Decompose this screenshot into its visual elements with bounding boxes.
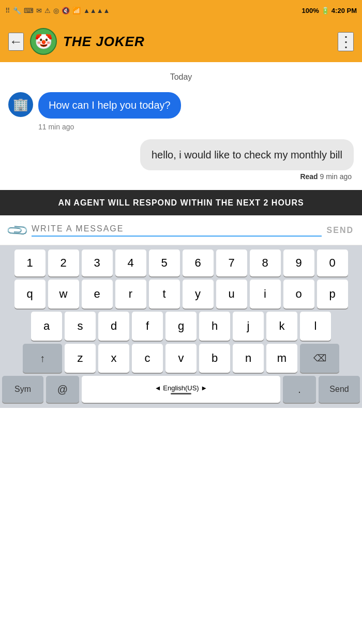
status-icon-signal: ▲▲▲▲ [83,7,110,14]
key-d[interactable]: d [98,312,129,341]
key-a[interactable]: a [31,312,62,341]
key-n[interactable]: n [233,344,264,373]
header: ← 🤡 THE JOKER ⋮ [0,21,362,62]
status-icon-sync: ◎ [53,7,59,14]
key-8[interactable]: 8 [250,250,281,276]
key-e[interactable]: e [82,280,113,309]
key-t[interactable]: t [149,280,180,309]
keyboard-row-z: ↑ z x c v b n m ⌫ [2,344,360,373]
key-m[interactable]: m [266,344,297,373]
bot-avatar-icon: 🏢 [13,97,28,112]
received-message-row: 🏢 How can I help you today? [8,92,354,119]
status-icon-email: ✉ [36,7,42,14]
key-6[interactable]: 6 [183,250,214,276]
key-2[interactable]: 2 [48,250,79,276]
agent-notice-text: An agent will respond within the next 2 … [8,197,354,208]
key-k[interactable]: k [266,312,297,341]
at-key[interactable]: @ [46,376,79,403]
key-c[interactable]: c [132,344,163,373]
sent-bubble: hello, i would like to check my monthly … [140,139,354,170]
key-1[interactable]: 1 [14,250,46,276]
sent-message-row: hello, i would like to check my monthly … [8,139,354,170]
received-bubble: How can I help you today? [38,92,181,119]
key-u[interactable]: u [216,280,247,309]
key-s[interactable]: s [65,312,96,341]
more-button[interactable]: ⋮ [338,32,354,51]
space-key[interactable]: ◄ English(US) ► [82,376,280,403]
status-icon-wrench: 🔧 [13,7,21,14]
period-key[interactable]: . [283,376,316,403]
key-l[interactable]: l [300,312,331,341]
space-bar-indicator [171,393,191,394]
agent-notice-main: An agent will respond within the next [58,198,261,207]
message-bar: 📎 SEND [0,215,362,245]
key-v[interactable]: v [165,344,197,373]
sym-key[interactable]: Sym [2,376,43,403]
key-o[interactable]: o [283,280,314,309]
key-h[interactable]: h [199,312,230,341]
key-p[interactable]: p [317,280,348,309]
battery-percent: 100% [302,7,319,14]
status-icon-mute: 🔇 [62,7,70,14]
status-bar: ⠿ 🔧 ⌨ ✉ ⚠ ◎ 🔇 📶 ▲▲▲▲ 100% 🔋 4:20 PM [0,0,362,21]
back-button[interactable]: ← [8,33,24,51]
key-x[interactable]: x [98,344,129,373]
sent-time: Read 9 min ago [8,172,354,181]
agent-hours-value: 2 HOURS [264,198,304,207]
keyboard-row-bottom: Sym @ ◄ English(US) ► . Send [2,376,360,403]
avatar-icon: 🤡 [35,33,53,50]
status-icon-keyboard: ⌨ [24,7,34,14]
key-f[interactable]: f [132,312,163,341]
key-4[interactable]: 4 [115,250,146,276]
key-g[interactable]: g [165,312,197,341]
bot-avatar: 🏢 [8,92,33,117]
send-button[interactable]: SEND [327,226,354,235]
status-icon-wifi: 📶 [72,7,81,14]
keyboard: 1 2 3 4 5 6 7 8 9 0 q w e r t y u i o p … [0,245,362,408]
key-q[interactable]: q [14,280,46,309]
key-b[interactable]: b [199,344,230,373]
message-input-container [32,224,322,237]
status-time: 4:20 PM [331,7,357,14]
header-title: THE JOKER [63,34,145,50]
date-label: Today [8,72,354,82]
shift-key[interactable]: ↑ [23,344,62,373]
key-7[interactable]: 7 [216,250,247,276]
status-icon-menu: ⠿ [5,7,10,14]
key-9[interactable]: 9 [283,250,314,276]
status-icons-left: ⠿ 🔧 ⌨ ✉ ⚠ ◎ 🔇 📶 ▲▲▲▲ [5,7,110,14]
key-i[interactable]: i [250,280,281,309]
key-5[interactable]: 5 [149,250,180,276]
message-input[interactable] [32,224,322,233]
key-3[interactable]: 3 [82,250,113,276]
space-lang-left: ◄ English(US) ► [155,384,207,392]
key-0[interactable]: 0 [317,250,348,276]
status-right: 100% 🔋 4:20 PM [302,7,357,14]
status-icon-warning: ⚠ [44,7,51,14]
keyboard-row-a: a s d f g h j k l [2,312,360,341]
key-w[interactable]: w [48,280,79,309]
key-j[interactable]: j [233,312,264,341]
key-y[interactable]: y [183,280,214,309]
read-label: Read [300,172,318,181]
send-key[interactable]: Send [319,376,360,403]
key-r[interactable]: r [115,280,146,309]
chat-area: Today 🏢 How can I help you today? 11 min… [0,62,362,190]
battery-icon: 🔋 [321,7,329,14]
agent-notice: An agent will respond within the next 2 … [0,190,362,215]
avatar: 🤡 [30,28,57,55]
backspace-key[interactable]: ⌫ [300,344,339,373]
keyboard-row-numbers: 1 2 3 4 5 6 7 8 9 0 [2,250,360,276]
key-z[interactable]: z [65,344,96,373]
sent-min-ago: 9 min ago [320,172,352,181]
keyboard-row-q: q w e r t y u i o p [2,280,360,309]
attach-icon[interactable]: 📎 [5,217,29,242]
received-time: 11 min ago [38,123,354,131]
